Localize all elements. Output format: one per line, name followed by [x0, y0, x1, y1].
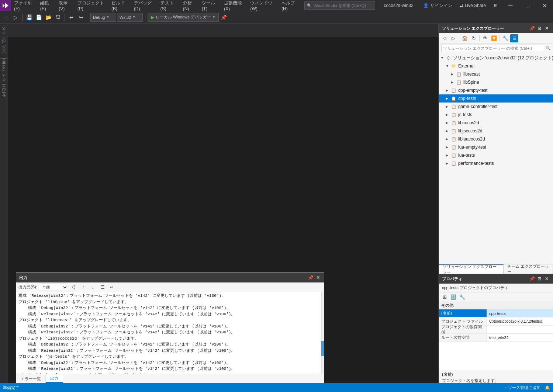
toolbar-pin[interactable]: 📌: [220, 13, 228, 22]
se-solution-root[interactable]: ▼ ⬡ ソリューション 'cocos2d-win32' (12 プロジェクト): [439, 54, 553, 62]
menu-project[interactable]: プロジェクト(P): [75, 0, 108, 11]
libluacocos2d-label: libluacocos2d: [458, 136, 485, 142]
toolbar-save-all[interactable]: 💾: [25, 13, 34, 22]
se-item-cpp-tests[interactable]: ▶ 📋 cpp-tests: [439, 94, 553, 103]
se-show-all-btn[interactable]: 👁: [481, 34, 489, 42]
props-row-namespace[interactable]: ルート名前空間 test_win32: [439, 334, 553, 342]
toolbar-open[interactable]: 📂: [44, 13, 53, 22]
se-item-libspine[interactable]: ▶ 📋 libSpine: [439, 78, 553, 86]
project-icon-js-tests: 📋: [451, 112, 457, 118]
debug-config-dropdown[interactable]: Debug ▼: [90, 13, 116, 22]
tab-error-list[interactable]: エラー一覧: [16, 375, 46, 383]
menu-file[interactable]: ファイル(F): [11, 0, 37, 11]
output-btn3[interactable]: ↓: [89, 283, 97, 291]
se-properties-btn[interactable]: 🔧: [501, 34, 509, 42]
liveshare-button[interactable]: ⇄ Live Share: [456, 0, 490, 11]
signin-button[interactable]: 👤 サインイン: [419, 0, 456, 11]
props-pin-btn[interactable]: 📌: [529, 275, 535, 282]
solution-icon: ⬡: [446, 55, 452, 61]
menu-view[interactable]: 表示(V): [56, 0, 75, 11]
props-row-name[interactable]: (名前) cpp-tests: [439, 309, 553, 318]
sidebar-tab-server-explorer[interactable]: サーバー エクスプローラー: [0, 58, 8, 102]
se-back-btn[interactable]: ◁: [440, 34, 449, 42]
output-pin-btn[interactable]: 📌: [307, 274, 314, 281]
maximize-button[interactable]: □: [519, 0, 536, 11]
toolbar-sep2: [65, 14, 65, 21]
se-item-game-controller-test[interactable]: ▶ 📋 game-controller-test: [439, 103, 553, 111]
status-notification[interactable]: 🔔: [545, 385, 550, 390]
output-scroll-thumb: [321, 341, 324, 356]
toolbar-sep3: [88, 14, 88, 21]
title-search-box[interactable]: 🔍 Visual Studio を検索 (Ctrl+Q): [304, 1, 375, 10]
se-close-btn[interactable]: ✕: [543, 25, 550, 32]
se-footer-tab-team[interactable]: チーム エクスプローラー: [504, 264, 553, 274]
menu-extensions[interactable]: 拡張機能(X): [221, 0, 247, 11]
props-float-btn[interactable]: ⊡: [536, 275, 543, 282]
menu-edit[interactable]: 編集(E): [37, 0, 56, 11]
menu-tools[interactable]: ツール(T): [199, 0, 221, 11]
tab-output[interactable]: 出力: [46, 375, 63, 383]
status-source-control[interactable]: ↑ ソース管理に追加: [505, 385, 540, 391]
se-item-libluacocos2d[interactable]: ▶ 📋 libluacocos2d: [439, 135, 553, 143]
platform-dropdown[interactable]: Win32 ▼: [117, 13, 143, 22]
properties-panel: プロパティ 📌 ⊡ ✕ cpp-tests プロジェクトのプロパティ ⊞ 🔡 🔧…: [439, 274, 553, 392]
menu-help[interactable]: ヘルプ(H): [279, 0, 301, 11]
se-float-btn[interactable]: ⊡: [536, 25, 543, 32]
toolbar-fwd[interactable]: ▷: [11, 13, 20, 22]
status-ready[interactable]: 準備完了: [3, 385, 19, 391]
cpp-empty-label: cpp-empty-test: [458, 88, 487, 93]
libluacocos2d-arrow: ▶: [446, 137, 451, 141]
props-row-deps[interactable]: プロジェクトの依存関係: [439, 326, 553, 334]
output-btn1[interactable]: ⟨⟩: [70, 283, 78, 291]
layout-icon[interactable]: ⊞: [491, 1, 501, 10]
se-item-lua-empty-test[interactable]: ▶ 📋 lua-empty-test: [439, 143, 553, 151]
menu-window[interactable]: ウィンドウ(W): [247, 0, 279, 11]
output-source-select[interactable]: 全般: [39, 284, 68, 291]
toolbar-new-file[interactable]: 📄: [34, 13, 43, 22]
title-bar: ファイル(F) 編集(E) 表示(V) プロジェクト(P) ビルド(B) デバッ…: [0, 0, 553, 11]
minimize-button[interactable]: ─: [502, 0, 519, 11]
output-line: プロジェクト 'libjscocos2d' をアップグレードしています。: [18, 336, 319, 342]
output-content[interactable]: 構成 'Release|Win32'：プラットフォーム ツールセットを 'v14…: [16, 292, 321, 374]
se-refresh-btn[interactable]: ↻: [470, 34, 478, 42]
props-key-name: (名前): [439, 309, 487, 317]
project-icon-libjscocos2d: 📋: [451, 128, 457, 134]
se-item-lua-tests[interactable]: ▶ 📋 lua-tests: [439, 151, 553, 159]
se-pin-btn[interactable]: 📌: [529, 25, 535, 32]
props-desc-title: (名前): [442, 372, 550, 377]
props-alpha-btn[interactable]: 🔡: [449, 293, 457, 301]
se-search-input[interactable]: [441, 45, 544, 52]
se-home-btn[interactable]: 🏠: [461, 34, 469, 42]
output-scrollbar[interactable]: [321, 292, 324, 374]
toolbar-undo[interactable]: ↩: [67, 13, 76, 22]
se-item-performance-tests[interactable]: ▶ 📋 performance-tests: [439, 159, 553, 167]
se-item-cpp-empty-test[interactable]: ▶ 📋 cpp-empty-test: [439, 86, 553, 94]
props-props-btn[interactable]: 🔧: [458, 293, 466, 301]
output-wrap-btn[interactable]: ↵: [108, 283, 116, 291]
se-item-libcocos2d[interactable]: ▶ 📋 libcocos2d: [439, 119, 553, 127]
run-button[interactable]: ▶ ローカル Windows デバッガー ▼: [148, 13, 219, 22]
output-btn2[interactable]: ↑: [79, 283, 87, 291]
sidebar-tab-toolbox[interactable]: ツールボックス: [0, 25, 8, 58]
props-close-btn[interactable]: ✕: [543, 275, 550, 282]
right-panel: ソリューション エクスプローラー 📌 ⊡ ✕ ◁ ▷ 🏠 ↻ 👁 🔽 🔧 ⊟: [439, 24, 553, 392]
se-item-js-tests[interactable]: ▶ 📋 js-tests: [439, 111, 553, 119]
menu-analyze[interactable]: 分析(N): [180, 0, 199, 11]
output-close-btn[interactable]: ✕: [315, 274, 321, 281]
toolbar-save[interactable]: 🖫: [53, 13, 62, 22]
menu-build[interactable]: ビルド(B): [108, 0, 131, 11]
menu-test[interactable]: テスト(S): [158, 0, 180, 11]
se-footer-tab-solution[interactable]: ソリューション エクスプローラー: [439, 264, 504, 274]
toolbar-redo[interactable]: ↪: [77, 13, 86, 22]
props-category-btn[interactable]: ⊞: [440, 293, 449, 301]
se-item-librecast[interactable]: ▶ 📋 librecast: [439, 70, 553, 78]
menu-debug[interactable]: デバッグ(D): [131, 0, 158, 11]
output-clear-btn[interactable]: ☰: [98, 283, 107, 291]
toolbar-back[interactable]: ◁: [1, 13, 10, 22]
se-item-libjscocos2d[interactable]: ▶ 📋 libjscocos2d: [439, 127, 553, 135]
se-fwd-btn[interactable]: ▷: [449, 34, 457, 42]
se-collapse-btn[interactable]: ⊟: [510, 34, 518, 42]
se-item-external[interactable]: ▼ 📁 External: [439, 62, 553, 70]
close-button[interactable]: ✕: [536, 0, 553, 11]
se-filter-btn[interactable]: 🔽: [490, 34, 498, 42]
